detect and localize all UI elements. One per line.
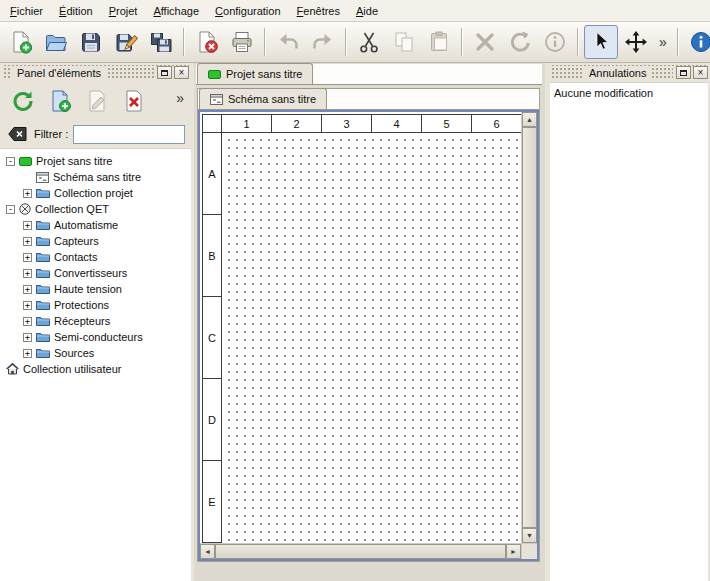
close-file-icon xyxy=(195,30,219,54)
expander-icon[interactable]: + xyxy=(23,333,32,342)
rotate-button[interactable] xyxy=(503,25,537,59)
expander-icon[interactable]: + xyxy=(23,349,32,358)
toolbar-overflow-button[interactable]: » xyxy=(654,34,672,50)
scroll-down-button[interactable]: ▼ xyxy=(522,528,537,543)
undo-dock-titlebar[interactable]: Annulations × xyxy=(550,65,708,80)
undo-button[interactable] xyxy=(271,25,305,59)
expander-icon[interactable]: + xyxy=(23,301,32,310)
save-all-button[interactable] xyxy=(144,25,178,59)
select-tool-button[interactable] xyxy=(584,25,618,59)
column-header: 6 xyxy=(472,114,521,133)
expander-icon[interactable]: + xyxy=(23,285,32,294)
tab-schema-sans-titre[interactable]: Schéma sans titre xyxy=(199,88,327,109)
tree-item-semi-conducteurs[interactable]: + Semi-conducteurs xyxy=(0,329,191,345)
reload-collections-button[interactable] xyxy=(7,85,39,117)
menu-bar: Fichier Édition Projet Affichage Configu… xyxy=(0,0,710,22)
expander-icon[interactable]: + xyxy=(23,221,32,230)
tree-item-project[interactable]: - Projet sans titre xyxy=(0,153,191,169)
expander-icon[interactable]: + xyxy=(23,269,32,278)
dock-close-button[interactable]: × xyxy=(174,66,189,79)
tree-item-collection-qet[interactable]: - Collection QET xyxy=(0,201,191,217)
new-element-button[interactable] xyxy=(44,85,76,117)
edit-element-button[interactable] xyxy=(81,85,113,117)
menu-projet[interactable]: Projet xyxy=(101,1,146,21)
elements-panel-titlebar[interactable]: Panel d'éléments × xyxy=(2,65,189,80)
tree-item-contacts[interactable]: + Contacts xyxy=(0,249,191,265)
paste-icon xyxy=(427,30,451,54)
vertical-scrollbar-thumb[interactable] xyxy=(522,127,537,528)
scroll-left-button[interactable]: ◄ xyxy=(200,544,215,559)
panel-toolbar-overflow-button[interactable]: » xyxy=(176,90,184,106)
menu-configuration[interactable]: Configuration xyxy=(207,1,288,21)
close-file-button[interactable] xyxy=(190,25,224,59)
elements-tree: - Projet sans titre Schéma sans titre + … xyxy=(0,148,191,581)
main-toolbar: » xyxy=(0,22,710,63)
horizontal-scrollbar[interactable]: ◄ ► xyxy=(200,543,521,559)
tree-item-convertisseurs[interactable]: + Convertisseurs xyxy=(0,265,191,281)
project-subwindow: Schéma sans titre 1 2 3 4 5 6 xyxy=(197,88,540,562)
row-header: D xyxy=(202,379,222,461)
menu-fichier[interactable]: Fichier xyxy=(2,1,51,21)
edit-element-icon xyxy=(85,89,109,113)
diagram-canvas[interactable]: 1 2 3 4 5 6 A B C D E xyxy=(200,112,521,543)
filter-row: Filtrer : xyxy=(0,121,191,148)
delete-element-button[interactable] xyxy=(118,85,150,117)
expander-icon[interactable]: - xyxy=(6,157,15,166)
open-file-button[interactable] xyxy=(39,25,73,59)
scroll-right-button[interactable]: ► xyxy=(506,544,521,559)
scrollbar-corner xyxy=(521,543,537,559)
cut-button[interactable] xyxy=(352,25,386,59)
menu-aide[interactable]: Aide xyxy=(348,1,386,21)
tree-item-capteurs[interactable]: + Capteurs xyxy=(0,233,191,249)
tree-item-label: Schéma sans titre xyxy=(53,171,141,183)
column-header: 2 xyxy=(272,114,322,133)
toolbar-separator xyxy=(577,28,579,56)
expander-icon[interactable]: + xyxy=(23,253,32,262)
expander-icon[interactable]: + xyxy=(23,189,32,198)
column-ruler: 1 2 3 4 5 6 xyxy=(222,114,521,133)
move-tool-button[interactable] xyxy=(619,25,653,59)
new-file-button[interactable] xyxy=(4,25,38,59)
tree-item-sources[interactable]: + Sources xyxy=(0,345,191,361)
tree-item-recepteurs[interactable]: + Récepteurs xyxy=(0,313,191,329)
clear-filter-button[interactable] xyxy=(6,125,29,144)
expander-icon[interactable]: - xyxy=(6,205,15,214)
tree-item-protections[interactable]: + Protections xyxy=(0,297,191,313)
element-info-button[interactable] xyxy=(538,25,572,59)
paste-button[interactable] xyxy=(422,25,456,59)
undo-history-list[interactable]: Aucune modification xyxy=(550,82,708,581)
filter-input[interactable] xyxy=(73,125,185,144)
print-button[interactable] xyxy=(225,25,259,59)
dock-close-button[interactable]: × xyxy=(693,66,708,79)
tree-item-haute-tension[interactable]: + Haute tension xyxy=(0,281,191,297)
vertical-scrollbar[interactable]: ▲ ▼ xyxy=(521,112,537,543)
tree-item-collection-projet[interactable]: + Collection projet xyxy=(0,185,191,201)
project-tab-bar: Projet sans titre xyxy=(196,64,542,85)
about-button[interactable] xyxy=(684,25,710,59)
horizontal-scrollbar-thumb[interactable] xyxy=(215,544,506,559)
save-button[interactable] xyxy=(74,25,108,59)
grid-dots xyxy=(222,133,521,543)
scroll-up-button[interactable]: ▲ xyxy=(522,112,537,127)
row-header: A xyxy=(202,133,222,215)
menu-fenetres[interactable]: Fenêtres xyxy=(289,1,348,21)
toolbar-separator xyxy=(345,28,347,56)
save-as-button[interactable] xyxy=(109,25,143,59)
dock-float-button[interactable] xyxy=(157,66,172,79)
delete-button[interactable] xyxy=(468,25,502,59)
menu-edition[interactable]: Édition xyxy=(51,1,101,21)
expander-icon[interactable]: + xyxy=(23,237,32,246)
dock-float-button[interactable] xyxy=(676,66,691,79)
menu-affichage[interactable]: Affichage xyxy=(145,1,207,21)
delete-element-icon xyxy=(122,89,146,113)
delete-icon xyxy=(473,30,497,54)
tree-item-automatisme[interactable]: + Automatisme xyxy=(0,217,191,233)
undo-icon xyxy=(276,30,300,54)
tree-item-schema[interactable]: Schéma sans titre xyxy=(0,169,191,185)
redo-button[interactable] xyxy=(306,25,340,59)
schema-tab-bar: Schéma sans titre xyxy=(198,89,539,110)
tree-item-collection-utilisateur[interactable]: Collection utilisateur xyxy=(0,361,191,377)
tab-projet-sans-titre[interactable]: Projet sans titre xyxy=(197,63,313,84)
expander-icon[interactable]: + xyxy=(23,317,32,326)
copy-button[interactable] xyxy=(387,25,421,59)
